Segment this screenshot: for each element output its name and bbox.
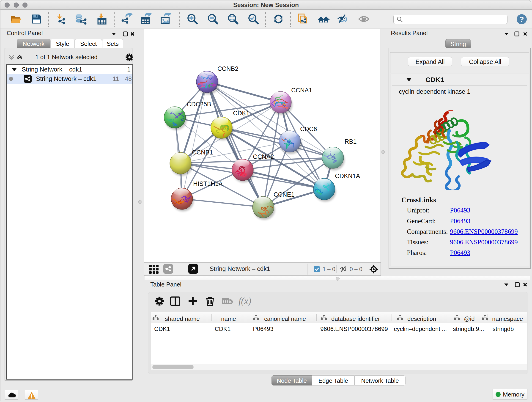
svg-text:CCNB2: CCNB2 (217, 65, 239, 72)
svg-text:CCNA2: CCNA2 (253, 153, 274, 160)
svg-text:CCNA1: CCNA1 (291, 87, 312, 94)
svg-text:CDK1: CDK1 (233, 110, 249, 117)
svg-text:RB1: RB1 (345, 138, 357, 145)
svg-text:CDKN1A: CDKN1A (335, 172, 360, 179)
svg-text:CCNE1: CCNE1 (273, 191, 295, 198)
svg-text:HIST1H1A: HIST1H1A (193, 180, 223, 187)
svg-text:CDC6: CDC6 (300, 126, 317, 133)
svg-text:CDC25B: CDC25B (187, 101, 211, 108)
svg-text:CCNB1: CCNB1 (192, 149, 213, 156)
